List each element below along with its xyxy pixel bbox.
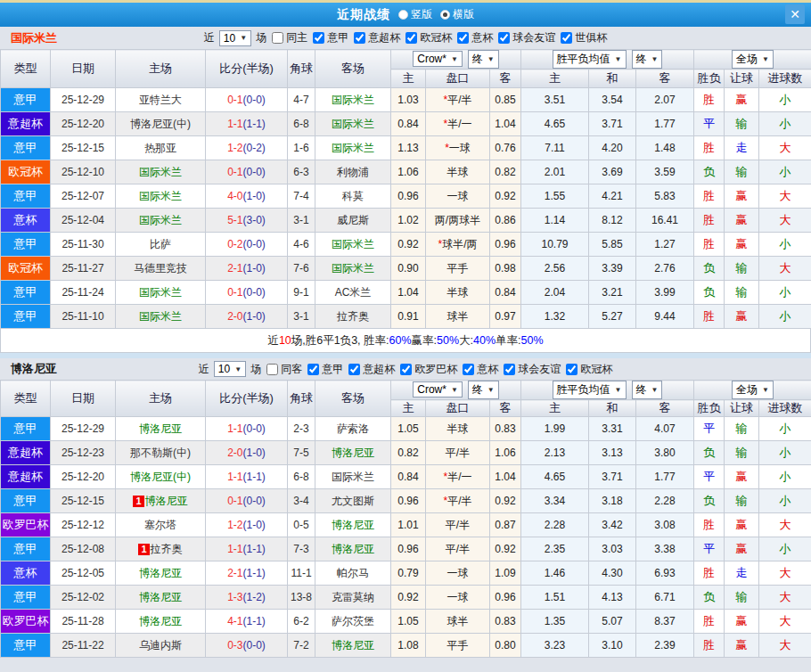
cell-handicap-result: 赢 — [725, 634, 759, 658]
cell-date: 25-12-29 — [51, 88, 116, 112]
radio-icon[interactable] — [398, 10, 408, 20]
col-type: 类型 — [1, 50, 51, 88]
cell-home-team: 国际米兰 — [116, 160, 206, 184]
cell-odds-home: 0.92 — [391, 233, 426, 257]
cell-home-team: 国际米兰 — [116, 209, 206, 233]
chevron-down-icon: ▼ — [615, 386, 622, 394]
cell-corners: 6-8 — [288, 465, 315, 489]
cell-odds-away: 0.86 — [490, 209, 521, 233]
cell-avg-away: 6.71 — [636, 586, 694, 610]
halftime-score: (1-1) — [243, 543, 266, 555]
avg-odds-select[interactable]: 胜平负均值▼ — [553, 50, 627, 69]
competition-checkbox[interactable] — [400, 364, 412, 375]
cell-avg-home: 2.13 — [521, 441, 589, 465]
cell-corners: 1-6 — [288, 136, 315, 160]
fulltime-select[interactable]: 全场▼ — [732, 50, 774, 69]
competition-checkbox[interactable] — [313, 32, 324, 44]
cell-corners: 2-3 — [288, 417, 315, 441]
halftime-score: (1-0) — [243, 262, 266, 275]
cell-corners: 7-4 — [288, 184, 315, 209]
checkbox-label: 世俱杯 — [575, 30, 607, 45]
match-count-select-value: 10 — [224, 32, 235, 45]
halftime-score: (0-0) — [243, 422, 266, 435]
competition-checkbox[interactable] — [307, 364, 319, 375]
cell-score: 2-1(1-0) — [206, 257, 288, 281]
avg-final-select[interactable]: 终▼ — [632, 381, 663, 399]
checkbox-label: 欧冠杯 — [420, 30, 452, 45]
cell-corners: 4-7 — [288, 88, 315, 112]
competition-checkbox[interactable] — [498, 32, 510, 44]
subcol-odds-away: 客 — [490, 70, 521, 88]
cell-score: 2-0(1-0) — [206, 305, 288, 329]
cell-goals-result: 大 — [759, 586, 811, 610]
cell-home-team: 乌迪内斯 — [116, 634, 206, 658]
filter-controls: 近10▼场同客意甲意超杯欧罗巴杯意杯球会友谊欧冠杯 — [199, 361, 612, 377]
competition-checkbox[interactable] — [504, 364, 515, 375]
halftime-score: (1-2) — [243, 591, 266, 603]
competition-checkbox[interactable] — [348, 364, 360, 375]
competition-checkbox[interactable] — [566, 364, 578, 375]
team-name: 帕尔马 — [337, 567, 369, 579]
match-count-select[interactable]: 10▼ — [219, 30, 251, 46]
cell-avg-draw: 8.12 — [589, 209, 636, 233]
cell-competition-badge: 欧冠杯 — [1, 257, 51, 281]
avg-odds-select[interactable]: 胜平负均值▼ — [553, 381, 627, 399]
cell-away-team: 国际米兰 — [315, 112, 391, 136]
cell-result: 胜 — [694, 233, 725, 257]
halftime-score: (0-2) — [243, 142, 266, 154]
radio-selected-icon[interactable] — [440, 10, 450, 20]
cell-avg-away: 4.07 — [636, 417, 694, 441]
competition-checkbox[interactable] — [457, 32, 469, 44]
close-button[interactable]: ✕ — [785, 4, 805, 24]
cell-corners: 3-4 — [288, 489, 315, 513]
competition-checkbox[interactable] — [463, 364, 474, 375]
cell-score: 1-3(1-2) — [206, 586, 288, 610]
team-name: 博洛尼亚 — [145, 495, 188, 507]
competition-checkbox[interactable] — [354, 32, 365, 44]
cell-result: 平 — [694, 112, 725, 136]
team-name: 科莫 — [342, 190, 364, 202]
cell-handicap: *平/半 — [426, 489, 490, 513]
odds-source-select[interactable]: Crow*▼ — [413, 51, 463, 67]
competition-checkbox[interactable] — [406, 32, 417, 44]
cell-home-team: 国际米兰 — [116, 281, 206, 305]
cell-away-team: 博洛尼亚 — [315, 513, 391, 537]
layout-option-vertical[interactable]: 竖版 — [398, 7, 432, 22]
match-count-select[interactable]: 10▼ — [214, 361, 246, 377]
layout-option-horizontal[interactable]: 横版 — [440, 7, 474, 22]
cell-competition-badge: 欧冠杯 — [1, 160, 51, 184]
same-venue-checkbox[interactable] — [266, 364, 278, 375]
cell-avg-away: 1.48 — [636, 136, 694, 160]
match-row: 意甲25-12-07国际米兰4-0(1-0)7-4科莫0.96一球0.921.5… — [1, 184, 811, 209]
subcol-handicap: 盘口 — [426, 400, 490, 417]
cell-goals-result: 小 — [759, 281, 811, 305]
fulltime-select[interactable]: 全场▼ — [732, 381, 774, 399]
cell-odds-away: 1.09 — [490, 561, 521, 586]
cell-score: 1-1(1-1) — [206, 537, 288, 561]
odds-final-select[interactable]: 终▼ — [468, 381, 499, 399]
cell-result: 平 — [694, 465, 725, 489]
cell-avg-draw: 3.71 — [589, 112, 636, 136]
cell-handicap: *平/半 — [426, 88, 490, 112]
cell-corners: 4-6 — [288, 233, 315, 257]
team-name: 国际米兰 — [139, 214, 182, 226]
team-name: 国际米兰 — [332, 262, 374, 275]
cell-goals-result: 大 — [759, 136, 811, 160]
odds-final-select[interactable]: 终▼ — [468, 50, 499, 69]
summary-segment: 赢率: — [412, 333, 437, 348]
cell-avg-away: 9.44 — [636, 305, 694, 329]
odds-final-select-value: 终 — [472, 382, 483, 397]
avg-final-select[interactable]: 终▼ — [632, 50, 663, 69]
cell-result: 胜 — [694, 305, 725, 329]
cell-avg-home: 1.55 — [521, 184, 589, 209]
subcol-odds-home: 主 — [391, 70, 426, 88]
same-venue-checkbox[interactable] — [272, 32, 283, 44]
odds-source-select[interactable]: Crow*▼ — [413, 381, 463, 397]
competition-checkbox[interactable] — [561, 32, 572, 44]
cell-odds-away: 1.06 — [490, 441, 521, 465]
cell-odds-away: 1.04 — [490, 112, 521, 136]
cell-avg-draw: 3.71 — [589, 465, 636, 489]
cell-competition-badge: 意超杯 — [1, 465, 51, 489]
cell-avg-away: 2.07 — [636, 88, 694, 112]
cell-odds-away: 0.84 — [490, 281, 521, 305]
